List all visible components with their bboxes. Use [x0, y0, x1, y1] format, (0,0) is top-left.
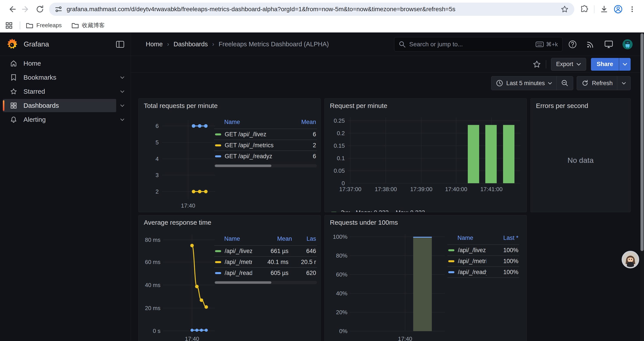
zoom-out-button[interactable] [556, 76, 573, 90]
breadcrumb-dashboards[interactable]: Dashboards [174, 41, 208, 48]
reload-icon[interactable] [35, 5, 45, 14]
series-name[interactable]: /api/_/metrics [225, 259, 252, 265]
favorite-star-icon[interactable] [533, 60, 541, 69]
panel-total-requests: Total requests per minute 6543217:40 Nam… [138, 98, 321, 212]
refresh-icon [581, 80, 589, 87]
series-name[interactable]: /api/_/livez [458, 247, 486, 254]
legend-table: Name Mean Las /api/_/livez661 µs646/api/… [214, 235, 317, 284]
legend-header-mean[interactable]: Mean [259, 235, 292, 242]
bookmark-folder-freeleaps[interactable]: Freeleaps [26, 22, 62, 29]
series-name[interactable]: /api/_/readyz [458, 269, 486, 276]
share-menu-button[interactable] [619, 58, 631, 71]
legend-row[interactable]: /api/_/readyz100% [448, 266, 519, 277]
legend-header-name[interactable]: Name [224, 235, 259, 242]
series-swatch [215, 133, 221, 135]
series-name[interactable]: /api/_/livez [225, 248, 252, 254]
header-icons [568, 33, 632, 56]
legend-header-last[interactable]: Las [292, 235, 316, 242]
series-max: Max: 0.233 [396, 209, 425, 212]
series-swatch [215, 155, 221, 157]
series-swatch [448, 271, 454, 273]
legend-header-name[interactable]: Name [458, 235, 490, 241]
sidebar-item-bookmarks[interactable]: Bookmarks [3, 71, 128, 85]
legend-row[interactable]: GET /api/_/livez6 [214, 129, 317, 140]
scrollbar-thumb[interactable] [640, 33, 644, 251]
search-input[interactable]: Search or jump to... ⌘+k [394, 37, 562, 52]
svg-text:5: 5 [156, 139, 159, 146]
downloads-icon[interactable] [599, 5, 609, 14]
legend-scrollbar[interactable] [214, 281, 317, 284]
kiosk-monitor-icon[interactable] [604, 40, 613, 49]
time-range-button[interactable]: Last 5 minutes [492, 76, 557, 90]
bookmark-star-icon[interactable] [561, 5, 568, 13]
refresh-group: Refresh [577, 76, 631, 90]
legend-row[interactable]: /api/_/readyz605 µs620 [214, 267, 317, 278]
url-text[interactable]: grafana.mathmast.com/d/deytv4rwavabkb/fr… [67, 6, 557, 13]
toolbar-divider [594, 5, 594, 13]
grafana-header: Grafana Home › Dashboards › Freeleaps Me… [0, 33, 644, 56]
share-button[interactable]: Share [591, 58, 619, 71]
series-name[interactable]: /api/_/metrics [458, 258, 486, 265]
chevron-down-icon[interactable] [120, 118, 124, 121]
search-icon [399, 41, 406, 48]
bookmark-folder-blogs[interactable]: 收藏博客 [72, 22, 105, 29]
bookmarks-bar: Freeleaps 收藏博客 [0, 19, 644, 33]
series-name[interactable]: GET /api/_/livez [225, 131, 293, 138]
help-icon[interactable] [568, 40, 577, 49]
back-icon[interactable] [7, 5, 17, 14]
user-avatar[interactable] [622, 39, 632, 49]
sidebar-item-starred[interactable]: Starred [3, 85, 128, 99]
legend-row[interactable]: /api/_/livez100% [448, 244, 519, 255]
panel-title[interactable]: Total requests per minute [144, 102, 218, 110]
refresh-button[interactable]: Refresh [577, 76, 617, 90]
sidebar-item-home[interactable]: Home [3, 56, 128, 71]
chevron-down-icon[interactable] [120, 104, 124, 107]
assistant-avatar[interactable] [622, 251, 639, 268]
legend-scrollbar[interactable] [214, 164, 317, 167]
legend-row[interactable]: GET /api/_/metrics2 [214, 140, 317, 151]
chevron-down-icon [622, 82, 626, 85]
chevron-down-icon[interactable] [120, 76, 124, 79]
extensions-icon[interactable] [580, 5, 589, 14]
bookmark-label: 收藏博客 [82, 22, 105, 29]
svg-text:60 ms: 60 ms [145, 259, 160, 265]
series-name[interactable]: GET /api/_/metrics [225, 142, 293, 149]
apps-grid-icon[interactable] [5, 22, 13, 29]
panel-title[interactable]: Errors per second [536, 102, 588, 110]
series-swatch [215, 272, 221, 274]
forward-icon[interactable] [21, 5, 31, 14]
sidebar-toggle-icon[interactable] [116, 40, 124, 48]
sidebar-item-dashboards[interactable]: Dashboards [3, 99, 128, 113]
refresh-interval-button[interactable] [617, 76, 630, 90]
address-bar[interactable]: grafana.mathmast.com/d/deytv4rwavabkb/fr… [49, 3, 574, 16]
browser-menu-icon[interactable] [627, 5, 637, 14]
panel-errors-per-second: Errors per second No data [530, 98, 631, 212]
panel-title[interactable]: Request per minute [330, 102, 387, 110]
svg-text:17:38:00: 17:38:00 [374, 186, 397, 192]
site-settings-icon[interactable] [55, 6, 62, 13]
export-button[interactable]: Export [551, 58, 586, 71]
news-rss-icon[interactable] [586, 40, 595, 49]
breadcrumb-home[interactable]: Home [146, 41, 163, 48]
legend-header-name[interactable]: Name [224, 119, 296, 126]
legend-header-mean[interactable]: Mean [296, 119, 316, 126]
profile-icon[interactable] [613, 5, 623, 14]
series-name[interactable]: 2xx [341, 209, 350, 212]
chevron-down-icon[interactable] [120, 90, 124, 93]
toolbar-divider [546, 60, 546, 69]
legend-row[interactable]: /api/_/livez661 µs646 [214, 245, 317, 256]
series-swatch [215, 261, 221, 263]
page-scrollbar[interactable] [640, 33, 644, 341]
legend-row[interactable]: GET /api/_/readyz6 [214, 151, 317, 162]
legend-row[interactable]: /api/_/metrics40.1 ms20.5 r [214, 256, 317, 267]
legend-row[interactable]: /api/_/metrics100% [448, 255, 519, 266]
sidebar-item-alerting[interactable]: Alerting [3, 113, 128, 127]
series-name[interactable]: /api/_/readyz [225, 270, 252, 276]
panel-title[interactable]: Requests under 100ms [330, 219, 398, 226]
grafana-logo-icon[interactable] [6, 38, 18, 50]
svg-text:6: 6 [156, 123, 159, 129]
series-name[interactable]: GET /api/_/readyz [225, 153, 293, 160]
home-icon [10, 60, 17, 67]
legend-header-last[interactable]: Last * [490, 235, 518, 241]
panel-title[interactable]: Average response time [144, 219, 211, 226]
